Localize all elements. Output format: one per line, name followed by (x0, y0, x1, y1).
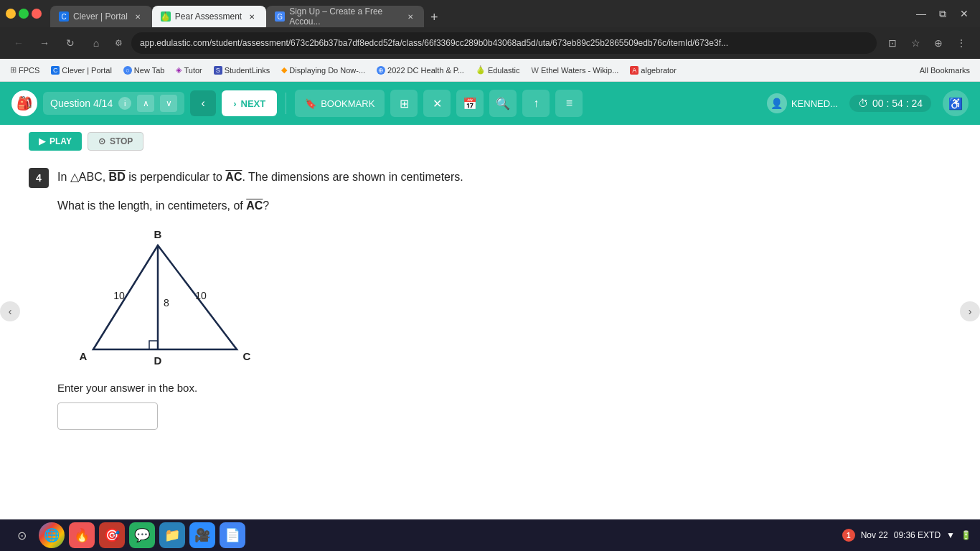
back-button[interactable]: ← (9, 33, 29, 53)
minimize-button[interactable] (6, 9, 16, 19)
bookmark-newtab[interactable]: ○ New Tab (119, 65, 169, 76)
bookmark-tutor[interactable]: ◈ Tutor (171, 64, 206, 76)
address-input[interactable] (131, 32, 877, 54)
search-tool-button[interactable]: 🔍 (489, 90, 517, 117)
side-next-button[interactable]: › (960, 301, 980, 321)
newtab-bm-icon: ○ (123, 66, 132, 75)
sub-question-text: What is the length, in centimeters, of (57, 199, 246, 212)
cast-button[interactable]: ⊡ (882, 33, 903, 53)
taskbar-windows-btn[interactable]: ⊙ (9, 522, 34, 548)
taskbar-zoom-icon[interactable]: 🎥 (189, 522, 215, 548)
bookmark-all[interactable]: All Bookmarks (915, 65, 974, 76)
close-button[interactable] (32, 9, 42, 19)
new-tab-button[interactable]: + (424, 7, 444, 27)
home-button[interactable]: ⌂ (86, 33, 106, 53)
bookmark-ethel-label: Ethel Waters - Wikip... (541, 66, 618, 75)
wifi-icon: ▼ (946, 530, 955, 540)
bookmark-edulastic[interactable]: 🍐 Edulastic (471, 64, 524, 76)
bookmark-ethel[interactable]: W Ethel Waters - Wikip... (527, 65, 623, 76)
sl-bm-icon: S (214, 66, 222, 75)
eth-bm-icon: W (532, 66, 539, 75)
label-right-10: 10 (195, 290, 207, 301)
tab-google-label: Sign Up – Create a Free Accou... (289, 6, 401, 27)
timer-icon: ⏱ (858, 98, 868, 109)
bookmark-edulastic-label: Edulastic (488, 66, 520, 75)
bookmark-button[interactable]: 🔖 BOOKMARK (295, 90, 385, 117)
extensions-button[interactable]: ⊕ (928, 33, 948, 53)
win-close-btn[interactable]: ✕ (954, 4, 974, 24)
tab-clever[interactable]: C Clever | Portal ✕ (50, 6, 152, 27)
bookmark-algebrator[interactable]: A algebrator (626, 65, 681, 76)
question-end: . The dimensions are shown in centimeter… (242, 171, 463, 183)
label-bd-8: 8 (164, 297, 169, 309)
forward-button[interactable]: → (34, 33, 55, 53)
taskbar-app3-icon[interactable]: 🎯 (99, 522, 125, 548)
user-section: 👤 KENNED... ⏱ 00 : 54 : 24 ♿ (767, 90, 969, 116)
taskbar-app2-icon[interactable]: 🔥 (69, 522, 95, 548)
question-area: 4 In △ABC, BD is perpendicular to AC. Th… (29, 156, 951, 441)
question-mid: is perpendicular to (126, 171, 226, 183)
bookmark-fpcs[interactable]: ⊞ FPCS (6, 64, 44, 76)
upload-tool-button[interactable]: ↑ (522, 90, 550, 117)
tab-pear[interactable]: 🍐 Pear Assessment ✕ (152, 6, 266, 27)
bookmarks-bar: ⊞ FPCS C Clever | Portal ○ New Tab ◈ Tut… (0, 59, 980, 82)
address-bar: ← → ↻ ⌂ ⚙ ⊡ ☆ ⊕ ⋮ (0, 27, 980, 59)
stop-button[interactable]: ⊙ STOP (88, 132, 143, 151)
triangle-diagram: B A D C 10 10 8 (72, 224, 258, 367)
disp-bm-icon: ◆ (281, 65, 287, 75)
stop-icon: ⊙ (98, 136, 105, 146)
tab-google-close[interactable]: ✕ (405, 11, 415, 22)
tutor-bm-icon: ◈ (176, 65, 182, 75)
fpcs-icon: ⊞ (10, 65, 17, 75)
vertex-b-label: B (154, 228, 162, 240)
bookmark-clever-label: Clever | Portal (62, 66, 112, 75)
info-icon[interactable]: i (118, 97, 131, 110)
answer-input[interactable] (57, 402, 158, 430)
chevron-up-icon[interactable]: ∧ (137, 95, 154, 112)
prev-button[interactable]: ‹ (190, 90, 216, 116)
taskbar-time: 09:36 EXTD (894, 530, 941, 540)
user-info: 👤 KENNED... (767, 93, 838, 113)
sub-question-end: ? (263, 199, 269, 212)
next-button[interactable]: › NEXT (222, 90, 277, 116)
question-label: Question 4/14 (50, 98, 113, 109)
taskbar-app4-icon[interactable]: 💬 (129, 522, 155, 548)
taskbar-docs-icon[interactable]: 📄 (220, 522, 245, 548)
win-restore-btn[interactable]: ⧉ (933, 4, 953, 24)
play-button[interactable]: ▶ PLAY (29, 132, 82, 151)
bookmark-algebrator-label: algebrator (641, 66, 677, 75)
tab-clever-close[interactable]: ✕ (132, 11, 143, 22)
menu-tool-button[interactable]: ≡ (555, 90, 583, 117)
pear-favicon: 🍐 (161, 11, 171, 22)
question-nav: Question 4/14 i ∧ ∨ (43, 92, 184, 115)
side-prev-button[interactable]: ‹ (0, 301, 20, 321)
close-tool-button[interactable]: ✕ (423, 90, 451, 117)
maximize-button[interactable] (19, 9, 29, 19)
ac-label-sub: AC (246, 199, 263, 212)
bookmark-label: BOOKMARK (321, 98, 374, 109)
grid-tool-button[interactable]: ⊞ (390, 90, 418, 117)
win-minimize-btn[interactable]: — (911, 4, 931, 24)
next-arrow-icon: › (233, 98, 236, 109)
vertex-d-label: D (154, 354, 162, 367)
calendar-tool-button[interactable]: 📅 (456, 90, 484, 117)
bookmark-studentlinks[interactable]: S StudentLinks (209, 65, 275, 76)
menu-button[interactable]: ⋮ (951, 33, 971, 53)
bookmark-displaying[interactable]: ◆ Displaying Do Now-... (277, 64, 369, 76)
svg-rect-2 (149, 341, 158, 349)
timer: ⏱ 00 : 54 : 24 (849, 95, 931, 112)
chevron-down-icon[interactable]: ∨ (160, 95, 177, 112)
bookmark-clever[interactable]: C Clever | Portal (47, 65, 116, 76)
tab-pear-close[interactable]: ✕ (246, 11, 258, 22)
tab-google[interactable]: G Sign Up – Create a Free Accou... ✕ (266, 6, 424, 27)
taskbar-chrome-icon[interactable]: 🌐 (39, 522, 65, 548)
bookmark-dchealth[interactable]: ⊕ 2022 DC Health & P... (372, 65, 468, 76)
bookmark-all-label: All Bookmarks (920, 66, 970, 75)
question-main-text: In △ABC, BD is perpendicular to AC. The … (57, 168, 463, 187)
battery-icon: 🔋 (961, 530, 971, 540)
accessibility-button[interactable]: ♿ (943, 90, 969, 116)
reload-button[interactable]: ↻ (60, 33, 80, 53)
tab-pear-label: Pear Assessment (175, 11, 242, 22)
bookmark-star-button[interactable]: ☆ (905, 33, 925, 53)
taskbar-app5-icon[interactable]: 📁 (159, 522, 185, 548)
